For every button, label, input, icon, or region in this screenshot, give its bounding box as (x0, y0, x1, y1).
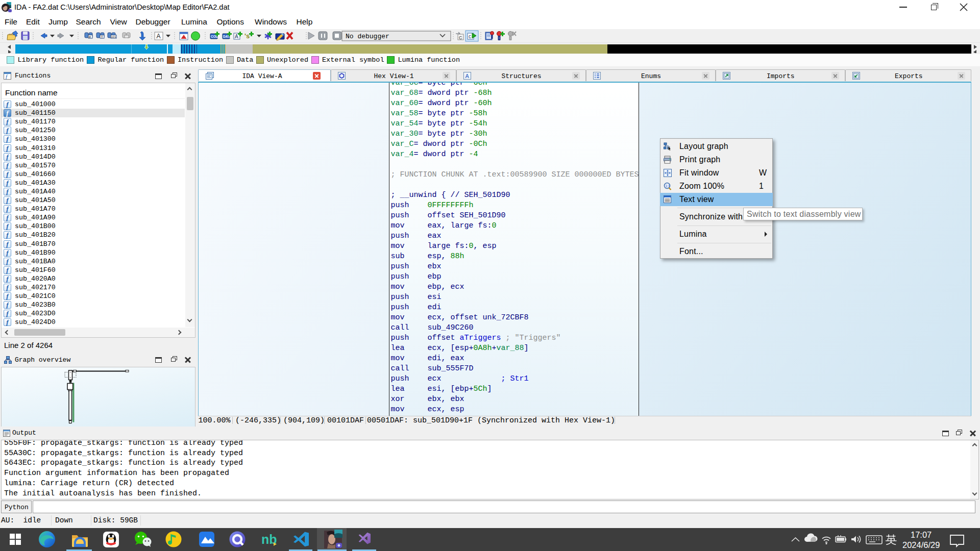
svg-text:'s: 's (244, 32, 250, 40)
svg-text:DATA: DATA (223, 35, 232, 38)
svg-text:1:1: 1:1 (666, 184, 670, 188)
svg-text:C: C (459, 35, 462, 40)
svg-text:A: A (235, 34, 238, 39)
svg-text:T: T (101, 35, 104, 39)
svg-text:A: A (157, 33, 161, 40)
svg-text:c: c (469, 34, 471, 39)
svg-text:No debugger: No debugger (346, 33, 389, 40)
svg-text:A: A (465, 73, 470, 79)
svg-text:#: # (89, 35, 91, 39)
svg-text:CODE: CODE (211, 35, 220, 38)
svg-text:101: 101 (111, 35, 117, 38)
